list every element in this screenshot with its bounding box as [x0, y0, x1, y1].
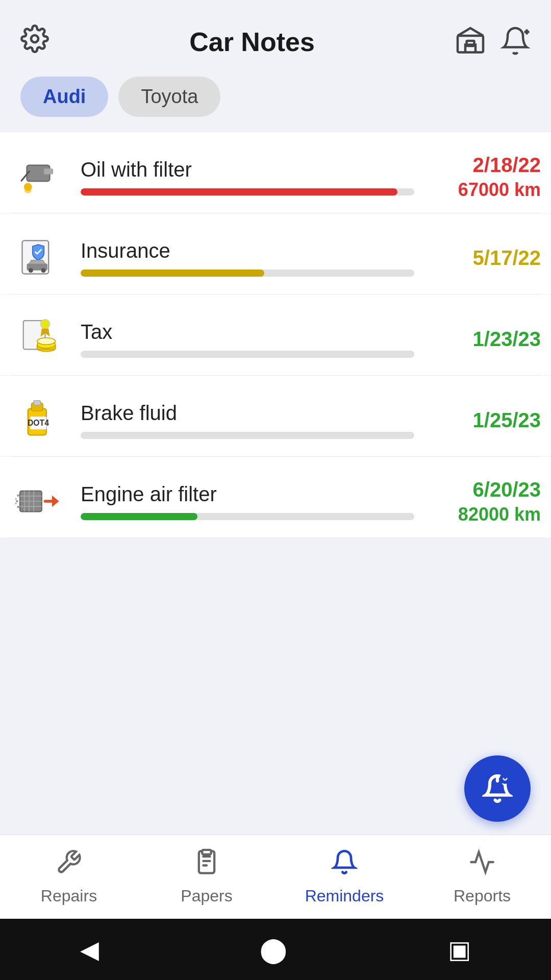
tab-audi[interactable]: Audi — [20, 77, 108, 117]
svg-rect-6 — [44, 168, 53, 174]
svg-rect-2 — [467, 41, 474, 46]
brake-fluid-date: 1/25/23 — [429, 407, 541, 433]
tab-toyota[interactable]: Toyota — [118, 77, 220, 117]
svg-point-32 — [16, 500, 18, 503]
svg-point-14 — [41, 320, 50, 329]
svg-point-8 — [24, 189, 32, 193]
svg-point-11 — [29, 268, 33, 273]
engine-air-filter-content: Engine air filter — [81, 483, 414, 520]
oil-filter-bar — [81, 188, 397, 195]
svg-point-31 — [17, 495, 19, 497]
reminder-brake-fluid[interactable]: DOT4 Brake fluid 1/25/23 — [0, 376, 551, 456]
reminder-oil-filter[interactable]: Oil with filter 2/18/22 67000 km — [0, 132, 551, 213]
bottom-navigation: Repairs Papers Reminders R — [0, 835, 551, 919]
svg-point-0 — [31, 35, 38, 42]
app-header: Car Notes — [0, 0, 551, 71]
insurance-icon — [10, 230, 66, 286]
tax-progress — [81, 351, 414, 358]
add-reminder-fab[interactable] — [464, 755, 531, 822]
svg-point-18 — [37, 338, 56, 345]
insurance-content: Insurance — [81, 239, 414, 277]
nav-reports-label: Reports — [454, 887, 511, 905]
tax-name: Tax — [81, 321, 414, 344]
repairs-icon — [56, 849, 82, 881]
oil-filter-content: Oil with filter — [81, 158, 414, 195]
insurance-bar — [81, 270, 264, 277]
brake-fluid-progress — [81, 432, 414, 439]
brake-fluid-icon: DOT4 — [10, 392, 66, 448]
insurance-progress — [81, 270, 414, 277]
oil-icon — [10, 149, 66, 205]
svg-rect-45 — [202, 850, 211, 854]
oil-filter-progress — [81, 188, 414, 195]
engine-air-filter-progress — [81, 513, 414, 520]
nav-reminders-label: Reminders — [305, 887, 384, 905]
reminder-tax[interactable]: Tax 1/23/23 — [0, 295, 551, 375]
nav-reminders[interactable]: Reminders — [276, 835, 413, 919]
engine-air-filter-bar — [81, 513, 197, 520]
android-system-navbar: ◀ ⬤ ▣ — [0, 919, 551, 980]
back-button[interactable]: ◀ — [80, 935, 99, 964]
insurance-date: 5/17/22 — [429, 244, 541, 271]
reminder-engine-air-filter[interactable]: Engine air filter 6/20/23 82000 km — [0, 457, 551, 537]
app-title: Car Notes — [49, 27, 455, 57]
engine-air-filter-icon — [10, 473, 66, 529]
nav-papers[interactable]: Papers — [138, 835, 276, 919]
svg-text:DOT4: DOT4 — [28, 419, 49, 427]
oil-filter-name: Oil with filter — [81, 158, 414, 181]
tax-content: Tax — [81, 321, 414, 358]
brake-fluid-name: Brake fluid — [81, 402, 414, 425]
car-tabs: Audi Toyota — [0, 71, 551, 132]
svg-point-12 — [41, 268, 46, 273]
tax-date: 1/23/23 — [429, 326, 541, 352]
reminder-insurance[interactable]: Insurance 5/17/22 — [0, 213, 551, 294]
home-button[interactable]: ⬤ — [260, 935, 287, 964]
svg-point-35 — [15, 503, 17, 504]
reminders-list: Oil with filter 2/18/22 67000 km — [0, 132, 551, 538]
insurance-name: Insurance — [81, 239, 414, 262]
nav-papers-label: Papers — [181, 887, 232, 905]
svg-rect-21 — [34, 401, 41, 405]
reports-icon — [469, 849, 495, 881]
reminders-nav-icon — [331, 849, 358, 881]
recents-button[interactable]: ▣ — [448, 935, 471, 964]
garage-icon[interactable] — [455, 26, 486, 58]
tax-icon — [10, 311, 66, 367]
engine-air-filter-name: Engine air filter — [81, 483, 414, 506]
oil-filter-date: 2/18/22 67000 km — [429, 152, 541, 202]
nav-reports[interactable]: Reports — [413, 835, 551, 919]
nav-repairs-label: Repairs — [41, 887, 97, 905]
brake-fluid-content: Brake fluid — [81, 402, 414, 439]
header-actions — [455, 26, 531, 58]
svg-point-34 — [15, 498, 17, 500]
engine-air-filter-date: 6/20/23 82000 km — [429, 476, 541, 527]
settings-icon[interactable] — [20, 24, 49, 59]
add-reminder-header-icon[interactable] — [500, 26, 531, 58]
svg-point-33 — [17, 506, 19, 508]
nav-repairs[interactable]: Repairs — [0, 835, 138, 919]
papers-icon — [193, 849, 220, 881]
